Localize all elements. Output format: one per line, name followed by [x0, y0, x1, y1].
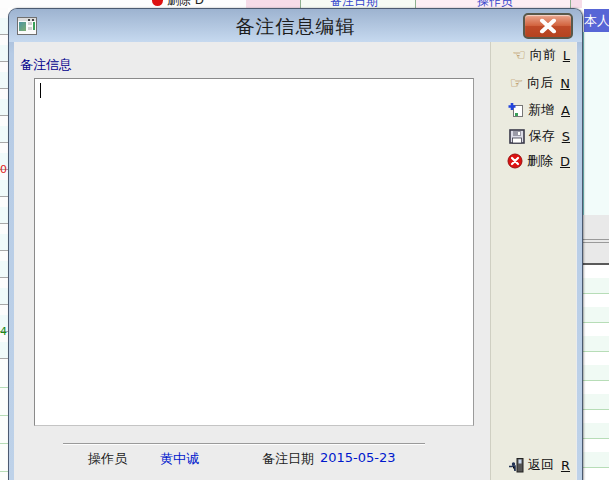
- hand-left-icon: ☜: [512, 47, 525, 63]
- delete-button[interactable]: 删除 D: [507, 151, 570, 171]
- close-button[interactable]: [523, 13, 573, 39]
- return-button[interactable]: 返回 R: [508, 455, 570, 475]
- bg-delete-button-label: 删除 D: [167, 0, 204, 8]
- save-button[interactable]: 保存 S: [509, 126, 570, 146]
- background-grid-right-strip: 本人: [582, 0, 609, 480]
- button-sidebar: ☜ 向前 L ☞ 向后 N 新增 A: [490, 42, 576, 480]
- grid-separator: [570, 0, 571, 8]
- dialog-body: 备注信息 操作员 黄中诚 备注日期 2015-05-23 ☜ 向前 L ☞ 向后: [14, 42, 577, 480]
- bg-divider-lines: [582, 239, 609, 240]
- remark-edit-dialog: 备注信息编辑 备注信息 操作员 黄中诚 备注日期 2015-05-23: [8, 8, 583, 480]
- add-new-button[interactable]: 新增 A: [508, 100, 570, 120]
- delete-shortcut: D: [560, 154, 570, 169]
- hand-right-icon: ☞: [510, 75, 523, 91]
- operator-label: 操作员: [88, 450, 127, 468]
- bg-header-cell: 操作员: [415, 0, 570, 8]
- bg-gray-band: [582, 215, 609, 265]
- background-grid-left-strip: 0 4: [0, 8, 8, 480]
- return-shortcut: R: [561, 458, 570, 473]
- bg-grid-rows: [0, 8, 8, 360]
- delete-icon: [507, 153, 523, 169]
- close-x-icon: [538, 19, 558, 34]
- next-button-label: 向后: [527, 74, 553, 92]
- previous-button[interactable]: ☜ 向前 L: [512, 45, 570, 65]
- save-button-label: 保存: [529, 127, 555, 145]
- remark-info-label: 备注信息: [20, 56, 72, 74]
- previous-button-label: 向前: [530, 46, 556, 64]
- bg-header-cell: [570, 0, 582, 8]
- grid-separator: [300, 0, 301, 8]
- grid-separator: [415, 0, 416, 8]
- delete-button-label: 删除: [527, 152, 553, 170]
- previous-shortcut: L: [563, 48, 570, 63]
- text-caret: [40, 83, 41, 98]
- remark-date-value: 2015-05-23: [320, 450, 396, 465]
- background-toolbar-strip: 删除 D 备注日期 操作员: [0, 0, 609, 8]
- next-shortcut: N: [560, 76, 570, 91]
- add-new-button-label: 新增: [528, 101, 554, 119]
- next-button[interactable]: ☞ 向后 N: [510, 73, 570, 93]
- remark-date-label: 备注日期: [262, 450, 314, 468]
- bg-green-value: 4: [0, 325, 7, 338]
- status-row: 操作员 黄中诚 备注日期 2015-05-23: [14, 450, 484, 468]
- return-button-label: 返回: [528, 456, 554, 474]
- bg-red-value: 0: [0, 163, 7, 176]
- save-floppy-icon: [509, 129, 525, 144]
- bg-panel-area: [583, 32, 609, 215]
- save-shortcut: S: [562, 129, 570, 144]
- status-divider: [63, 443, 425, 445]
- bg-column-remark-date: 备注日期: [330, 0, 378, 8]
- screen: 删除 D 备注日期 操作员 0 4 本人: [0, 0, 609, 480]
- new-document-icon: [508, 102, 524, 118]
- dialog-titlebar[interactable]: 备注信息编辑: [9, 9, 582, 42]
- bg-table-rows: [582, 265, 609, 480]
- dialog-title: 备注信息编辑: [9, 9, 582, 42]
- bg-grid-rows: [0, 360, 8, 480]
- bg-column-operator: 操作员: [477, 0, 513, 8]
- bg-header-cell: 备注日期: [300, 0, 415, 8]
- operator-value: 黄中诚: [160, 450, 199, 468]
- bg-delete-button-partial[interactable]: 删除 D: [150, 0, 250, 8]
- delete-icon: [152, 0, 163, 6]
- bg-column-header-benren: 本人: [584, 9, 609, 32]
- add-new-shortcut: A: [561, 103, 570, 118]
- exit-door-icon: [508, 457, 524, 473]
- remark-textarea[interactable]: [34, 78, 474, 426]
- bg-header-cell: [246, 0, 300, 8]
